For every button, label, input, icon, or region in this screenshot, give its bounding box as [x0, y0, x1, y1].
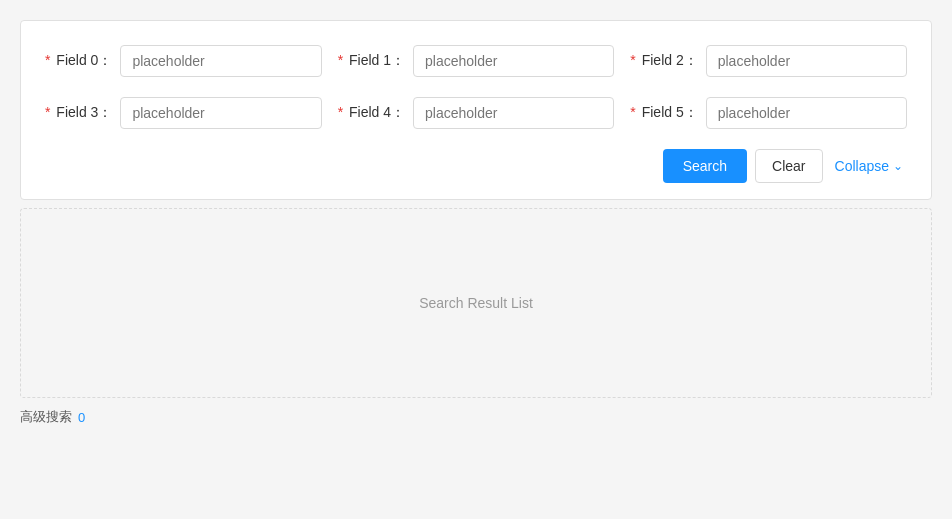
field5-label: * Field 5：: [630, 104, 697, 122]
bottom-count: 0: [78, 410, 85, 425]
field2-label: * Field 2：: [630, 52, 697, 70]
field3-label: * Field 3：: [45, 104, 112, 122]
field3-wrapper: * Field 3：: [45, 97, 322, 129]
field0-wrapper: * Field 0：: [45, 45, 322, 77]
form-row-1: * Field 0： * Field 1： * Field 2：: [45, 45, 907, 77]
action-row: Search Clear Collapse ⌄: [45, 149, 907, 183]
field4-required: *: [338, 104, 343, 120]
page-wrapper: * Field 0： * Field 1： * Field 2：: [0, 0, 952, 446]
collapse-label: Collapse: [835, 158, 889, 174]
bottom-bar: 高级搜索 0: [20, 408, 932, 426]
search-form-panel: * Field 0： * Field 1： * Field 2：: [20, 20, 932, 200]
field3-input[interactable]: [120, 97, 321, 129]
field1-wrapper: * Field 1：: [338, 45, 615, 77]
collapse-button[interactable]: Collapse ⌄: [831, 152, 907, 180]
chevron-down-icon: ⌄: [893, 159, 903, 173]
field1-required: *: [338, 52, 343, 68]
field0-required: *: [45, 52, 50, 68]
field1-input[interactable]: [413, 45, 614, 77]
result-empty-text: Search Result List: [419, 295, 533, 311]
bottom-label: 高级搜索: [20, 408, 72, 426]
result-panel: Search Result List: [20, 208, 932, 398]
field3-required: *: [45, 104, 50, 120]
field2-required: *: [630, 52, 635, 68]
field2-wrapper: * Field 2：: [630, 45, 907, 77]
field5-required: *: [630, 104, 635, 120]
field0-label: * Field 0：: [45, 52, 112, 70]
clear-button[interactable]: Clear: [755, 149, 822, 183]
field1-label: * Field 1：: [338, 52, 405, 70]
field2-input[interactable]: [706, 45, 907, 77]
field4-input[interactable]: [413, 97, 614, 129]
field0-input[interactable]: [120, 45, 321, 77]
field4-label: * Field 4：: [338, 104, 405, 122]
field5-wrapper: * Field 5：: [630, 97, 907, 129]
search-button[interactable]: Search: [663, 149, 747, 183]
field5-input[interactable]: [706, 97, 907, 129]
form-row-2: * Field 3： * Field 4： * Field 5：: [45, 97, 907, 129]
field4-wrapper: * Field 4：: [338, 97, 615, 129]
